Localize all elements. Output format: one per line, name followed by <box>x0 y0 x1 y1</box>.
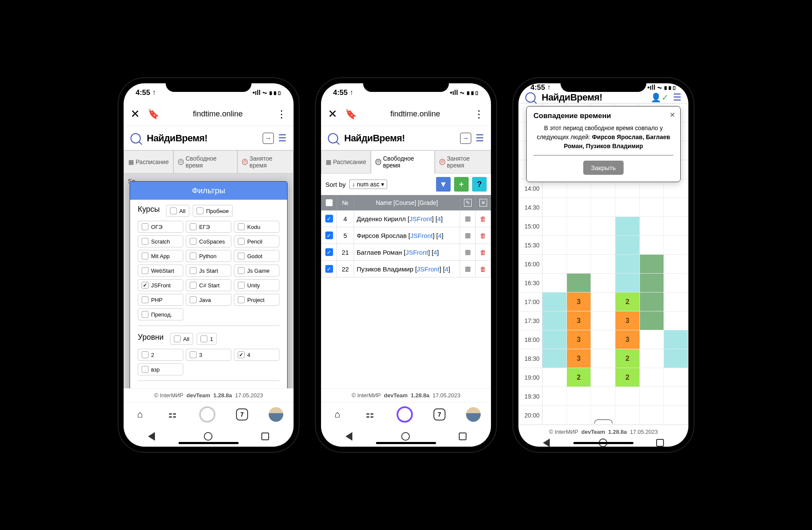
tab-busy[interactable]: ⏱Занятое время <box>237 150 294 174</box>
row-name[interactable]: Фирсов Ярослав [JSFront] [4] <box>354 227 460 244</box>
schedule-cell[interactable] <box>664 198 688 216</box>
assistant-icon[interactable] <box>199 406 215 423</box>
schedule-cell[interactable] <box>591 330 615 349</box>
course-option[interactable]: Js Start <box>186 265 231 277</box>
url-text[interactable]: findtime.online <box>167 110 269 119</box>
course-option[interactable]: Godot <box>234 250 279 262</box>
tabs-count[interactable]: 7 <box>236 408 248 420</box>
course-option[interactable]: WebStart <box>138 265 183 277</box>
schedule-cell[interactable] <box>640 349 664 368</box>
course-option[interactable]: Препод. <box>138 308 183 320</box>
schedule-cell[interactable]: 3 <box>615 311 640 330</box>
course-option[interactable]: C# Start <box>186 279 231 291</box>
schedule-cell[interactable] <box>591 236 615 254</box>
nav-back-icon[interactable] <box>148 432 155 441</box>
home-icon[interactable]: ⌂ <box>134 408 146 420</box>
course-option[interactable]: CoSpaces <box>186 235 231 247</box>
schedule-cell[interactable] <box>640 387 664 405</box>
course-option[interactable]: Kodu <box>234 221 279 233</box>
row-name[interactable]: Баглаев Роман [JSFront] [4] <box>354 244 460 261</box>
schedule-cell[interactable] <box>664 292 688 311</box>
schedule-cell[interactable] <box>664 330 688 349</box>
course-option[interactable]: ЕГЭ <box>186 221 231 233</box>
course-option[interactable]: Pencil <box>234 235 279 247</box>
schedule-cell[interactable] <box>567 387 591 405</box>
user-check-icon[interactable]: 👤✓ <box>651 92 669 103</box>
sort-select[interactable]: ↓ num asc ▾ <box>349 180 388 189</box>
schedule-cell[interactable]: 2 <box>615 349 640 368</box>
schedule-cell[interactable] <box>567 217 591 235</box>
delete-icon[interactable]: 🗑 <box>480 232 486 239</box>
schedule-cell[interactable] <box>664 274 688 292</box>
hamburger-icon[interactable]: ☰ <box>278 133 287 144</box>
schedule-cell[interactable] <box>640 330 664 349</box>
schedule-cell[interactable] <box>640 255 664 273</box>
schedule-cell[interactable] <box>615 217 640 235</box>
tab-free[interactable]: ⏱Свободное время <box>173 150 237 174</box>
delete-icon[interactable]: 🗑 <box>480 265 486 273</box>
tab-schedule[interactable]: ▦ Расписание <box>124 150 173 174</box>
schedule-cell[interactable] <box>664 349 688 368</box>
schedule-cell[interactable] <box>664 406 688 424</box>
pull-indicator[interactable] <box>594 419 613 423</box>
popup-close-icon[interactable]: ✕ <box>670 111 675 119</box>
level-option[interactable]: All <box>170 333 193 345</box>
schedule-cell[interactable]: 2 <box>567 368 591 387</box>
schedule-cell[interactable] <box>664 387 688 405</box>
schedule-cell[interactable] <box>542 217 567 235</box>
row-checkbox[interactable]: ✓ <box>325 265 333 273</box>
schedule-cell[interactable] <box>664 368 688 387</box>
tab-schedule[interactable]: ▦ Расписание <box>321 150 371 174</box>
schedule-cell[interactable] <box>591 198 615 216</box>
schedule-cell[interactable] <box>542 236 567 254</box>
schedule-cell[interactable] <box>640 406 664 424</box>
course-all[interactable]: All <box>166 205 189 217</box>
select-all-checkbox[interactable] <box>326 199 333 206</box>
schedule-cell[interactable]: 3 <box>567 292 591 311</box>
schedule-cell[interactable]: 3 <box>567 311 591 330</box>
schedule-cell[interactable] <box>591 217 615 235</box>
nav-back-icon[interactable] <box>345 432 352 441</box>
nav-recent-icon[interactable] <box>459 433 467 440</box>
close-icon[interactable]: ✕ <box>328 107 337 121</box>
schedule-cell[interactable] <box>542 274 567 292</box>
schedule-cell[interactable] <box>591 311 615 330</box>
schedule-cell[interactable] <box>567 274 591 292</box>
schedule-cell[interactable] <box>542 198 567 216</box>
hamburger-icon[interactable]: ☰ <box>476 133 484 144</box>
schedule-cell[interactable] <box>591 274 615 292</box>
course-option[interactable]: PHP <box>138 294 183 306</box>
schedule-cell[interactable] <box>567 198 591 216</box>
course-option[interactable]: Unity <box>234 279 279 291</box>
add-button[interactable]: + <box>454 177 469 192</box>
row-name[interactable]: Пузиков Владимир [JSFront] [4] <box>354 261 460 277</box>
course-option[interactable]: Js Game <box>234 265 279 277</box>
login-icon[interactable]: → <box>263 133 274 144</box>
schedule-cell[interactable]: 3 <box>615 330 640 349</box>
schedule-cell[interactable] <box>640 274 664 292</box>
schedule-cell[interactable] <box>542 330 567 349</box>
home-icon[interactable]: ⌂ <box>331 408 343 420</box>
menu-dots-icon[interactable]: ⋮ <box>474 108 484 120</box>
schedule-cell[interactable] <box>591 292 615 311</box>
apps-icon[interactable]: ⚏ <box>364 408 376 420</box>
schedule-cell[interactable] <box>615 387 640 405</box>
course-option[interactable]: Java <box>186 294 231 306</box>
url-text[interactable]: findtime.online <box>364 110 466 119</box>
schedule-cell[interactable] <box>640 198 664 216</box>
row-checkbox[interactable]: ✓ <box>325 215 333 222</box>
schedule-cell[interactable] <box>542 255 567 273</box>
hamburger-icon[interactable]: ☰ <box>673 92 682 103</box>
schedule-cell[interactable] <box>591 349 615 368</box>
schedule-cell[interactable] <box>615 198 640 216</box>
assistant-icon[interactable] <box>397 406 413 423</box>
row-checkbox[interactable]: ✓ <box>325 248 333 256</box>
schedule-cell[interactable] <box>664 255 688 273</box>
tabs-count[interactable]: 7 <box>433 408 445 420</box>
level-option[interactable]: 3 <box>186 349 231 361</box>
avatar-icon[interactable] <box>269 407 283 422</box>
edit-icon[interactable]: ▦ <box>465 231 471 239</box>
schedule-cell[interactable] <box>567 255 591 273</box>
schedule-cell[interactable] <box>615 406 640 424</box>
bookmark-icon[interactable]: 🔖 <box>345 109 357 120</box>
